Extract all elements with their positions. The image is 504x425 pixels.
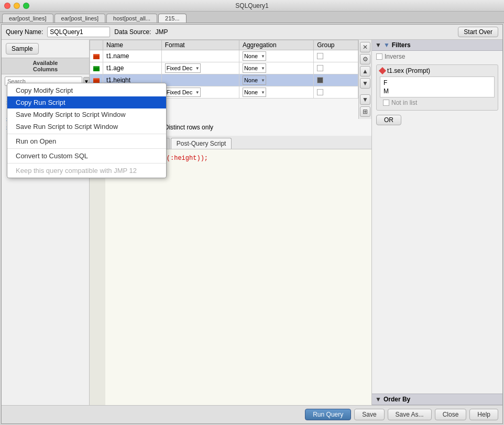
distinct-label: Distinct rows only (165, 124, 213, 131)
filters-title: Filters (392, 41, 411, 49)
or-button[interactable]: OR (376, 115, 401, 125)
inverse-checkbox[interactable] (376, 53, 382, 60)
menu-separator-1 (7, 134, 166, 134)
row-name: t1.name (103, 50, 162, 62)
col-header-group: Group (314, 40, 358, 50)
tab-4[interactable]: 215... (158, 14, 187, 23)
right-panel: ▼ ▼ Filters Inverse t1.sex (Prompt) F M (371, 40, 502, 405)
aggregation-select[interactable]: None (243, 63, 266, 73)
table-row[interactable]: t1.age Fixed Dec None (90, 62, 358, 74)
row-format (161, 74, 239, 86)
menu-separator-2 (7, 148, 166, 149)
menu-item-save-run-script[interactable]: Save Run Script to Script Window (7, 121, 166, 133)
order-by-triangle-icon: ▼ (375, 396, 381, 403)
available-columns-header: AvailableColumns (2, 58, 89, 74)
tab-2[interactable]: ear[post_lines] (54, 14, 106, 23)
query-name-input[interactable] (47, 27, 110, 37)
main-window: Query Name: Data Source: JMP Start Over … (1, 24, 503, 424)
menu-item-copy-run-script[interactable]: Copy Run Script (7, 96, 166, 108)
menu-item-copy-modify-script[interactable]: Copy Modify Script (7, 84, 166, 96)
code-area[interactable]: 1 Distribution(y(:height)); (90, 149, 371, 405)
row-group (314, 50, 358, 62)
col-header-icon (90, 40, 103, 50)
aggregation-select[interactable]: None (243, 88, 266, 97)
bottom-bar: Run Query Save Save As... Close Help (2, 405, 502, 423)
filter-value-f[interactable]: F (384, 79, 491, 87)
menu-item-save-modify-script[interactable]: Save Modify Script to Script Window (7, 108, 166, 121)
query-name-label: Query Name: (6, 28, 43, 36)
titlebar: SQLQuery1 (0, 0, 504, 12)
start-over-button[interactable]: Start Over (458, 27, 498, 37)
row-format (161, 50, 239, 62)
aggregation-select[interactable]: None (243, 75, 266, 85)
aggregation-select[interactable]: None (243, 51, 266, 61)
close-row-button[interactable]: ✕ (360, 42, 370, 52)
toolbar: Query Name: Data Source: JMP Start Over (2, 25, 502, 40)
move-up-button[interactable]: ▲ (360, 66, 370, 77)
settings-button[interactable]: ⚙ (360, 54, 370, 64)
tab-bar: ear[post_lines] ear[post_lines] host[pos… (0, 12, 504, 23)
filter-button[interactable]: ▼ (360, 94, 370, 105)
filter-item-sex: t1.sex (Prompt) F M Not in list (376, 64, 498, 111)
inverse-row: Inverse (372, 51, 502, 62)
row-aggregation: None (239, 50, 313, 62)
data-source-label: Data Source: (114, 28, 151, 36)
filter-triangle-icon: ▼ (375, 41, 381, 49)
not-in-list-row: Not in list (380, 97, 495, 108)
data-source-value: JMP (155, 28, 168, 36)
row-icon (90, 62, 103, 74)
save-button[interactable]: Save (354, 409, 384, 420)
format-select[interactable]: Fixed Dec (165, 63, 201, 73)
menu-item-run-on-open[interactable]: Run on Open (7, 135, 166, 147)
tab-post-query-script[interactable]: Post-Query Script (171, 138, 232, 149)
sample-button[interactable]: Sample (6, 43, 39, 55)
filter-triangle-icon2: ▼ (384, 41, 390, 49)
content-area: Sample AvailableColumns ▼ △ t1.name 123 … (2, 40, 502, 405)
col-header-format: Format (161, 40, 239, 50)
tab-3[interactable]: host[post_all... (106, 14, 157, 23)
menu-item-convert-to-custom-sql[interactable]: Convert to Custom SQL (7, 150, 166, 162)
format-select[interactable]: Fixed Dec (165, 88, 201, 97)
maximize-button[interactable] (23, 3, 29, 9)
row-aggregation: None (239, 74, 313, 86)
run-query-button[interactable]: Run Query (305, 409, 351, 420)
row-icon (90, 50, 103, 62)
move-down-button[interactable]: ▼ (360, 78, 370, 89)
menu-item-keep-compatible: Keep this query compatible with JMP 12 (7, 165, 166, 177)
grid-button[interactable]: ⊞ (360, 106, 370, 117)
help-button[interactable]: Help (469, 409, 498, 420)
window-title: SQLQuery1 (235, 2, 268, 9)
group-checkbox[interactable] (317, 89, 323, 95)
row-format: Fixed Dec (161, 62, 239, 74)
col-header-aggregation: Aggregation (239, 40, 313, 50)
row-format: Fixed Dec (161, 86, 239, 99)
group-checkbox[interactable] (317, 53, 323, 59)
minimize-button[interactable] (14, 3, 20, 9)
table-side-buttons: ✕ ⚙ ▲ ▼ ▼ ⊞ (358, 40, 371, 119)
group-checkbox[interactable] (317, 65, 323, 71)
filter-item-name: t1.sex (Prompt) (387, 67, 430, 74)
row-aggregation: None (239, 86, 313, 99)
group-checkbox[interactable] (317, 77, 323, 83)
row-name: t1.age (103, 62, 162, 74)
filter-value-m[interactable]: M (384, 87, 491, 95)
not-in-list-label: Not in list (391, 99, 417, 106)
inverse-label: Inverse (385, 53, 405, 60)
menu-separator-3 (7, 163, 166, 164)
save-as-button[interactable]: Save As... (388, 409, 432, 420)
table-row[interactable]: t1.name None (90, 50, 358, 62)
order-by-title: Order By (384, 396, 410, 403)
filter-diamond-icon (379, 67, 386, 74)
filters-header: ▼ ▼ Filters (372, 40, 502, 51)
filter-item-header: t1.sex (Prompt) (380, 67, 495, 74)
context-menu: Copy Modify Script Copy Run Script Save … (7, 83, 167, 178)
close-button[interactable] (4, 3, 10, 9)
filter-values: F M (380, 77, 495, 97)
row-group (314, 74, 358, 86)
row-group (314, 62, 358, 74)
window-controls (4, 3, 29, 9)
close-button[interactable]: Close (435, 409, 467, 420)
tab-1[interactable]: ear[post_lines] (2, 14, 53, 23)
not-in-list-checkbox[interactable] (383, 100, 389, 106)
row-group (314, 86, 358, 99)
